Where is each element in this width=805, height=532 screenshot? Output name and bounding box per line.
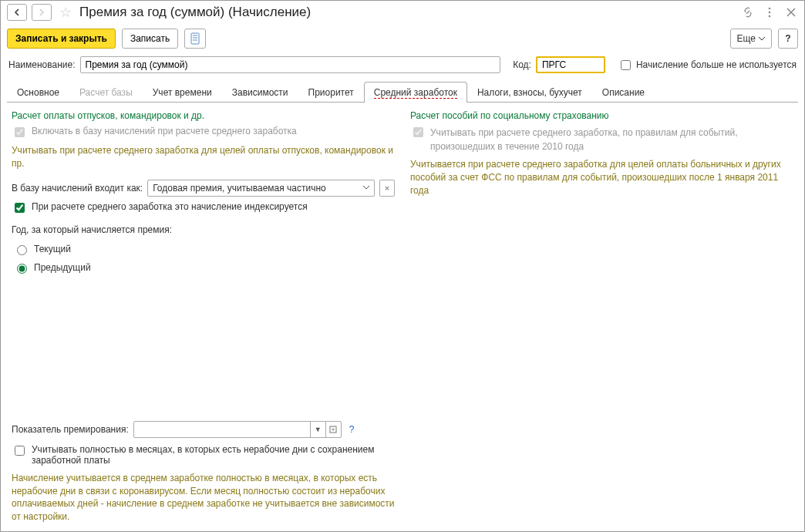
svg-point-2 bbox=[769, 15, 771, 18]
tab-time[interactable]: Учет времени bbox=[143, 82, 222, 103]
document-icon-button[interactable] bbox=[184, 29, 206, 49]
base-label: В базу начислений входит как: bbox=[12, 183, 143, 194]
tab-main[interactable]: Основное bbox=[7, 82, 69, 103]
full-months-label: Учитывать полностью в месяцах, в которых… bbox=[32, 444, 395, 466]
include-base-label: Включать в базу начислений при расчете с… bbox=[32, 126, 297, 136]
window-title: Премия за год (суммой) (Начисление) bbox=[79, 5, 736, 20]
svg-rect-3 bbox=[191, 33, 199, 44]
index-label: При расчете среднего заработка это начис… bbox=[32, 201, 308, 212]
left-section-title: Расчет оплаты отпусков, командировок и д… bbox=[12, 110, 395, 121]
favorite-icon[interactable]: ☆ bbox=[59, 4, 72, 21]
indicator-label: Показатель премирования: bbox=[12, 424, 129, 435]
help-button[interactable]: ? bbox=[778, 29, 798, 49]
code-label: Код: bbox=[513, 59, 531, 70]
link-icon[interactable] bbox=[741, 5, 755, 19]
close-icon[interactable] bbox=[784, 5, 798, 19]
tab-deps[interactable]: Зависимости bbox=[222, 82, 298, 103]
name-input[interactable] bbox=[80, 56, 501, 73]
nav-forward-button[interactable] bbox=[32, 4, 52, 21]
full-months-checkbox[interactable] bbox=[15, 446, 25, 456]
index-checkbox[interactable] bbox=[15, 203, 25, 213]
svg-point-1 bbox=[769, 12, 771, 14]
right-include-label: Учитывать при расчете среднего заработка… bbox=[430, 126, 793, 153]
left-note-2: Начисление учитывается в среднем заработ… bbox=[12, 472, 395, 524]
include-base-checkbox bbox=[15, 127, 25, 137]
tab-desc[interactable]: Описание bbox=[592, 82, 655, 103]
tab-avg-salary[interactable]: Средний заработок bbox=[364, 82, 467, 103]
tab-base-calc[interactable]: Расчет базы bbox=[69, 82, 143, 103]
right-section-title: Расчет пособий по социальному страховани… bbox=[410, 110, 793, 121]
left-note-1: Учитывать при расчете среднего заработка… bbox=[12, 144, 395, 170]
indicator-combo[interactable]: ▼ bbox=[133, 421, 342, 438]
tab-bar: Основное Расчет базы Учет времени Зависи… bbox=[7, 81, 798, 103]
indicator-input[interactable] bbox=[134, 422, 310, 437]
tab-priority[interactable]: Приоритет bbox=[298, 82, 364, 103]
radio-current[interactable]: Текущий bbox=[13, 243, 395, 255]
not-used-checkbox[interactable] bbox=[621, 60, 631, 70]
svg-point-0 bbox=[769, 8, 771, 10]
kebab-icon[interactable] bbox=[763, 5, 776, 19]
indicator-dropdown-button[interactable]: ▼ bbox=[310, 422, 325, 437]
tab-taxes[interactable]: Налоги, взносы, бухучет bbox=[467, 82, 592, 103]
indicator-help-icon[interactable]: ? bbox=[349, 424, 355, 435]
right-note: Учитывается при расчете среднего заработ… bbox=[410, 158, 793, 197]
indicator-open-button[interactable] bbox=[325, 422, 341, 437]
not-used-label: Начисление больше не используется bbox=[636, 59, 797, 70]
radio-prev[interactable]: Предыдущий bbox=[13, 261, 395, 274]
base-clear-button[interactable]: × bbox=[379, 180, 395, 197]
name-label: Наименование: bbox=[8, 59, 76, 70]
right-include-checkbox bbox=[413, 127, 423, 137]
save-close-button[interactable]: Записать и закрыть bbox=[7, 29, 116, 49]
save-button[interactable]: Записать bbox=[122, 29, 178, 49]
year-label: Год, за который начисляется премия: bbox=[12, 224, 395, 235]
code-input[interactable] bbox=[536, 56, 605, 73]
chevron-down-icon bbox=[363, 186, 369, 190]
nav-back-button[interactable] bbox=[7, 4, 27, 21]
more-button[interactable]: Еще bbox=[730, 29, 772, 49]
base-select[interactable]: Годовая премия, учитываемая частично bbox=[147, 180, 375, 197]
